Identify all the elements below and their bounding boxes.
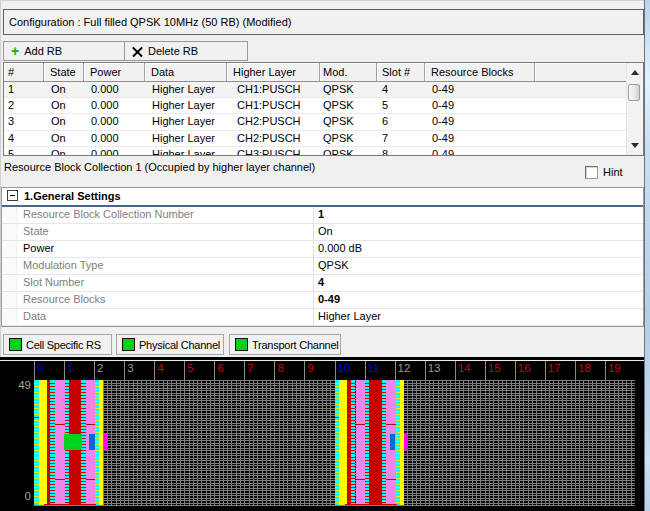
legend-transport-channel: Transport Channel (229, 334, 341, 355)
legend-cell-specific-rs: Cell Specific RS (3, 334, 112, 355)
table-cell: On (44, 98, 84, 113)
property-row[interactable]: Resource Block Collection Number1 (2, 207, 643, 224)
property-row[interactable]: Modulation TypeQPSK (2, 258, 643, 275)
property-label: Resource Block Collection Number (17, 207, 314, 223)
slot-tick (575, 361, 576, 380)
rb-table: # State Power Data Higher Layer Mod. Slo… (3, 62, 644, 156)
table-row[interactable]: 1On0.000Higher LayerCH1:PUSCHQPSK40-49 (4, 82, 643, 98)
property-label: Resource Blocks (17, 292, 314, 308)
column-header-mod[interactable]: Mod. (320, 63, 377, 81)
collapse-icon[interactable] (7, 190, 18, 201)
slot-number-label: 16 (518, 362, 531, 375)
occupied-slot-block (34, 380, 104, 506)
slot-number-label: 5 (187, 362, 193, 375)
delete-rb-button[interactable]: Delete RB (124, 41, 248, 61)
table-cell: On (44, 131, 84, 146)
table-row[interactable]: 2On0.000Higher LayerCH1:PUSCHQPSK50-49 (4, 98, 643, 114)
property-row-gutter (2, 275, 17, 291)
slot-number-label: 6 (217, 362, 223, 375)
table-cell: 0-49 (425, 114, 535, 129)
legend-label-transport-channel: Transport Channel (252, 339, 338, 351)
y-axis-top-label: 49 (10, 379, 31, 391)
slot-number-label: 15 (488, 362, 501, 375)
table-row[interactable]: 4On0.000Higher LayerCH2:PUSCHQPSK70-49 (4, 131, 643, 147)
property-section-header: 1.General Settings (2, 188, 643, 205)
property-row[interactable]: Power0.000 dB (2, 241, 643, 258)
slot-number-label: 13 (428, 362, 441, 375)
slot-number-label: 1 (67, 362, 73, 375)
slot-tick (425, 361, 426, 380)
slot-tick (395, 361, 396, 380)
table-cell: 0-49 (425, 147, 535, 156)
rb-marker-dash (356, 479, 366, 480)
table-cell: 0.000 (84, 131, 145, 146)
property-section-title: 1.General Settings (24, 189, 121, 204)
rb-table-header: # State Power Data Higher Layer Mod. Slo… (4, 63, 643, 82)
slot-tick (184, 361, 185, 380)
property-value[interactable]: QPSK (314, 258, 349, 274)
slot-number-label: 4 (157, 362, 163, 375)
table-vertical-scrollbar[interactable] (626, 63, 643, 155)
rb-marker-dash (386, 479, 395, 480)
rb-marker-dash (86, 479, 95, 480)
property-value[interactable]: On (314, 224, 333, 240)
scroll-up-icon[interactable] (631, 70, 639, 75)
rb-marker-dash (34, 417, 39, 418)
table-row[interactable]: 5On0.000Higher LayerCH3:PUSCHQPSK80-49 (4, 147, 643, 156)
slot-number-label: 10 (338, 362, 351, 375)
column-header-slot[interactable]: Slot # (377, 63, 425, 81)
property-value[interactable]: 0.000 dB (314, 241, 362, 257)
property-value[interactable]: 4 (314, 275, 324, 291)
column-header-power[interactable]: Power (84, 63, 145, 81)
add-rb-button[interactable]: + Add RB (3, 41, 125, 61)
slot-tick (34, 361, 35, 380)
property-row[interactable]: DataHigher Layer (2, 309, 643, 326)
table-cell: CH1:PUSCH (227, 98, 320, 113)
table-cell: 1 (4, 82, 44, 97)
slot-tick (124, 361, 125, 380)
rb-marker-dash (335, 417, 340, 418)
slot-tick (64, 361, 65, 380)
table-cell: 0.000 (84, 82, 145, 97)
hint-checkbox[interactable] (585, 166, 598, 179)
slot-tick (274, 361, 275, 380)
table-row[interactable]: 3On0.000Higher LayerCH2:PUSCHQPSK60-49 (4, 114, 643, 130)
table-cell: CH1:PUSCH (227, 82, 320, 97)
property-value[interactable]: Higher Layer (314, 309, 381, 325)
allocation-marker-magenta (104, 434, 108, 450)
property-row[interactable]: Slot Number4 (2, 275, 643, 292)
scroll-down-icon[interactable] (631, 143, 639, 148)
property-row[interactable]: StateOn (2, 224, 643, 241)
column-header-resource-blocks[interactable]: Resource Blocks (425, 63, 535, 81)
table-cell: 4 (4, 131, 44, 146)
table-cell: 0.000 (84, 147, 145, 156)
table-cell: QPSK (320, 131, 377, 146)
table-cell: CH3:PUSCH (227, 147, 320, 156)
slot-tick (335, 361, 336, 380)
slot-tick (244, 361, 245, 380)
slot-tick (515, 361, 516, 380)
slot-tick (214, 361, 215, 380)
scrollbar-thumb[interactable] (628, 84, 640, 101)
property-value[interactable]: 1 (314, 207, 324, 223)
table-cell: 7 (377, 131, 425, 146)
table-cell: On (44, 147, 84, 156)
column-header-index[interactable]: # (4, 63, 44, 81)
window-edge-glass (644, 0, 650, 511)
resource-stripe-yellow (400, 380, 404, 506)
add-rb-label: Add RB (24, 45, 62, 57)
rb-marker-dash (55, 479, 65, 480)
property-row[interactable]: Resource Blocks0-49 (2, 292, 643, 309)
column-header-higher-layer[interactable]: Higher Layer (227, 63, 320, 81)
table-cell: 3 (4, 114, 44, 129)
rb-marker-dash (86, 424, 95, 425)
column-header-state[interactable]: State (44, 63, 84, 81)
property-row-gutter (2, 224, 17, 240)
table-cell: CH2:PUSCH (227, 131, 320, 146)
slot-number-label: 14 (458, 362, 471, 375)
column-header-data[interactable]: Data (145, 63, 227, 81)
property-value[interactable]: 0-49 (314, 292, 340, 308)
table-cell: 2 (4, 98, 44, 113)
resource-stripe-yellow (39, 380, 47, 506)
panel-top-edge (0, 0, 645, 1)
